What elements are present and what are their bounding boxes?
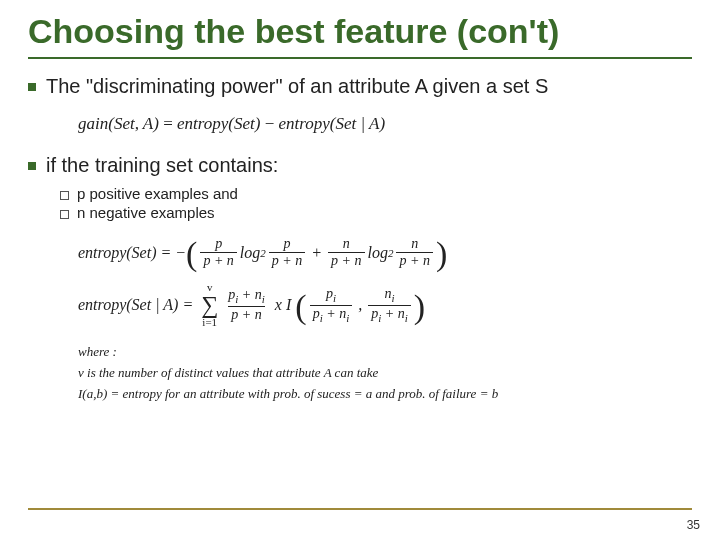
- content-area: The "discriminating power" of an attribu…: [28, 63, 692, 404]
- rparen-icon: ): [414, 292, 425, 323]
- neg: −: [175, 244, 186, 262]
- gain-lhs: gain(Set, A): [78, 114, 159, 133]
- lhs-label: entropy(Set): [78, 244, 156, 262]
- where-block: where : v is the number of distinct valu…: [78, 342, 692, 404]
- sub-bullet-2: n negative examples: [60, 204, 692, 221]
- page-number: 35: [687, 518, 700, 532]
- where-line: v is the number of distinct values that …: [78, 363, 692, 384]
- fraction: ni pi + ni: [368, 287, 411, 324]
- bullet-square-icon: [28, 83, 36, 91]
- lparen-icon: (: [295, 292, 306, 323]
- slide: Choosing the best feature (con't) The "d…: [0, 0, 720, 540]
- minus: −: [265, 114, 275, 133]
- where-label: where :: [78, 342, 692, 363]
- entropy-set-cond: entropy(Set | A): [278, 114, 385, 133]
- summation: v ∑ i=1: [201, 282, 218, 328]
- lparen-icon: (: [186, 239, 197, 270]
- equals: =: [163, 114, 173, 133]
- plus: +: [311, 244, 322, 262]
- bullet-item-1: The "discriminating power" of an attribu…: [28, 73, 692, 100]
- log: log: [368, 244, 388, 262]
- sub2: 2: [388, 247, 394, 259]
- bullet-square-icon: [28, 162, 36, 170]
- bullet-hollow-square-icon: [60, 191, 69, 200]
- fraction: pi + ni p + n: [225, 288, 268, 322]
- bullet-hollow-square-icon: [60, 210, 69, 219]
- fraction: pi pi + ni: [310, 287, 353, 324]
- log: log: [240, 244, 260, 262]
- bullet-text: if the training set contains:: [46, 152, 278, 179]
- fraction: np + n: [328, 237, 364, 268]
- gain-formula: gain(Set, A) = entropy(Set) − entropy(Se…: [78, 114, 692, 134]
- entropy-formula-block: entropy(Set) = − ( pp + n log2 pp + n + …: [78, 237, 692, 328]
- slide-title: Choosing the best feature (con't): [28, 12, 692, 59]
- fraction: pp + n: [269, 237, 305, 268]
- fraction: np + n: [396, 237, 432, 268]
- equals: =: [182, 296, 193, 314]
- rparen-icon: ): [436, 239, 447, 270]
- equals: =: [160, 244, 171, 262]
- bullet-item-2: if the training set contains:: [28, 152, 692, 179]
- entropy-set-equation: entropy(Set) = − ( pp + n log2 pp + n + …: [78, 237, 692, 268]
- where-line: I(a,b) = entropy for an attribute with p…: [78, 384, 692, 405]
- times-I: x I: [275, 296, 291, 314]
- sub2: 2: [260, 247, 266, 259]
- entropy-cond-equation: entropy(Set | A) = v ∑ i=1 pi + ni p + n…: [78, 282, 692, 328]
- fraction: pp + n: [200, 237, 236, 268]
- bottom-divider: [28, 508, 692, 510]
- bullet-text: The "discriminating power" of an attribu…: [46, 73, 548, 100]
- lhs-label: entropy(Set | A): [78, 296, 178, 314]
- sub-bullet-text: p positive examples and: [77, 185, 238, 202]
- sub-bullet-text: n negative examples: [77, 204, 215, 221]
- sub-bullet-1: p positive examples and: [60, 185, 692, 202]
- entropy-set: entropy(Set): [177, 114, 260, 133]
- comma: ,: [358, 296, 362, 314]
